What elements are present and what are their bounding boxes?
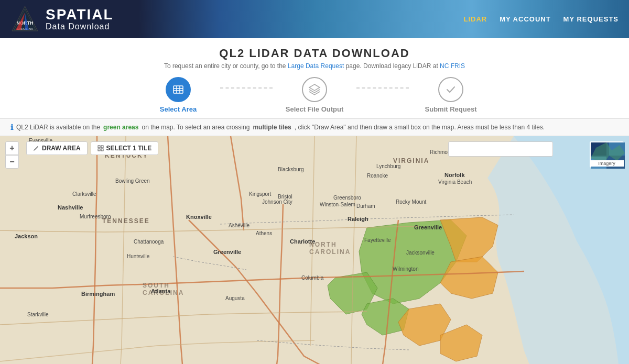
svg-rect-6 (173, 86, 183, 93)
city-raleigh: Raleigh (348, 216, 368, 222)
page-title: QL2 LIDAR DATA DOWNLOAD (0, 47, 629, 60)
info-icon: ℹ (10, 123, 13, 131)
check-icon (444, 83, 457, 96)
map-container[interactable]: Evansville KENTUCKY Richmond Blacksburg … (0, 136, 629, 364)
svg-rect-18 (101, 149, 103, 151)
step-submit[interactable]: Submit Request (409, 77, 493, 113)
large-data-request-link[interactable]: Large Data Request (288, 62, 344, 70)
green-areas-text: green areas (103, 124, 138, 131)
city-atlanta: Atlanta (151, 288, 170, 294)
step-select-output[interactable]: Select File Output (273, 77, 356, 113)
connector1 (220, 87, 273, 89)
imagery-thumbnail[interactable]: Imagery (590, 141, 624, 167)
city-greensboro: Greensboro (333, 195, 361, 201)
step-select-area[interactable]: Select Area (136, 77, 220, 113)
city-murfreesboro: Murfreesboro (80, 214, 111, 219)
step2-label: Select File Output (286, 105, 344, 113)
layers-icon (308, 83, 321, 96)
city-jacksonville: Jacksonville (406, 250, 435, 256)
pencil-icon (33, 145, 39, 151)
brand-text: SPATIAL Data Download (46, 7, 114, 31)
svg-rect-15 (98, 146, 100, 148)
nav-account[interactable]: MY ACCOUNT (500, 15, 550, 23)
multiple-tiles-text: multiple tiles (253, 124, 291, 131)
city-knoxville: Knoxville (186, 214, 212, 220)
city-roanoke: Roanoke (367, 173, 388, 179)
map-toolbar: DRAW AREA SELECT 1 TILE (26, 141, 158, 155)
city-augusta: Augusta (225, 295, 245, 301)
state-north-carolina: NORTHCAROLINA (309, 241, 351, 256)
city-jackson: Jackson (15, 233, 38, 239)
city-clarksville: Clarksville (72, 191, 96, 197)
city-fayetteville: Fayetteville (364, 237, 391, 243)
logo-icon: NORTH CAROLINA (10, 5, 39, 34)
state-virginia: VIRGINIA (393, 157, 429, 164)
city-blacksburg: Blacksburg (278, 167, 303, 172)
step1-circle (166, 77, 191, 102)
svg-rect-16 (101, 146, 103, 148)
city-bowling-green: Bowling Green (115, 178, 150, 184)
info-bar: ℹ QL2 LiDAR is available on the green ar… (0, 119, 629, 136)
main-nav: LIDAR MY ACCOUNT MY REQUESTS (464, 15, 619, 23)
brand-spatial: SPATIAL (46, 7, 114, 22)
map-search (448, 141, 553, 157)
nc-fris-link[interactable]: NC FRIS (440, 62, 465, 70)
step3-label: Submit Request (425, 105, 477, 113)
connector2 (356, 87, 409, 89)
city-kingsport: Kingsport (249, 191, 271, 197)
draw-area-button[interactable]: DRAW AREA (26, 141, 88, 155)
zoom-out-button[interactable]: − (5, 155, 19, 169)
page-subtitle: To request an entire city or county, go … (0, 62, 629, 70)
brand-sub: Data Download (46, 22, 114, 31)
zoom-controls: + − (5, 141, 19, 169)
city-virginia-beach: Virginia Beach (438, 179, 472, 185)
city-greenville-sc: Greenville (213, 249, 241, 255)
city-athens: Athens (256, 230, 272, 236)
city-durham: Durham (356, 203, 375, 209)
grid-icon (97, 145, 104, 151)
nav-lidar[interactable]: LIDAR (464, 15, 487, 23)
nav-requests[interactable]: MY REQUESTS (563, 15, 619, 23)
city-birmingham: Birmingham (81, 291, 115, 297)
brand-area: NORTH CAROLINA SPATIAL Data Download (10, 5, 114, 34)
city-greenville-nc: Greenville (414, 224, 442, 230)
city-nashville: Nashville (58, 204, 83, 211)
steps-container: Select Area Select File Output Submit Re (0, 77, 629, 113)
city-asheville: Asheville (229, 223, 250, 228)
city-wilmington: Wilmington (393, 266, 418, 272)
step2-circle (302, 77, 327, 102)
svg-rect-17 (98, 149, 100, 151)
city-huntsville: Huntsville (127, 253, 149, 259)
search-input[interactable] (448, 141, 553, 157)
city-rocky-mount: Rocky Mount (396, 199, 426, 205)
step3-circle (438, 77, 463, 102)
select-tile-button[interactable]: SELECT 1 TILE (91, 141, 159, 155)
map-icon (172, 83, 185, 96)
header: NORTH CAROLINA SPATIAL Data Download LID… (0, 0, 629, 38)
city-chattanooga: Chattanooga (134, 239, 164, 245)
steps-bar: QL2 LIDAR DATA DOWNLOAD To request an en… (0, 38, 629, 119)
city-columbia: Columbia (301, 275, 323, 281)
city-starkville: Starkville (27, 312, 49, 317)
city-norfolk: Norfolk (444, 172, 465, 178)
imagery-label: Imagery (590, 160, 624, 167)
city-johnson-city: Johnson City (262, 199, 292, 205)
zoom-in-button[interactable]: + (5, 141, 19, 155)
city-winston-salem: Winston-Salem (320, 202, 355, 207)
step1-label: Select Area (160, 105, 197, 113)
